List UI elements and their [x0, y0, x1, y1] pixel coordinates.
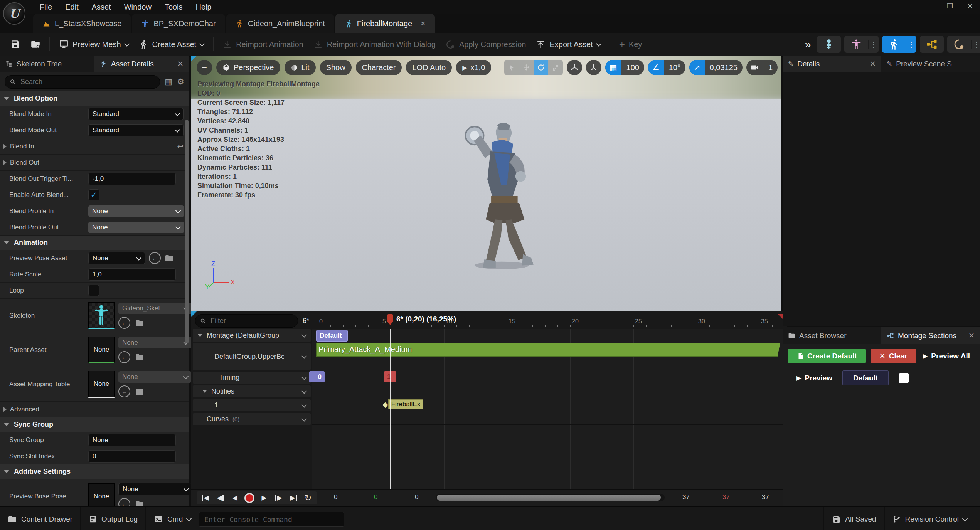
save-button[interactable]	[5, 36, 25, 53]
grid-snap-control[interactable]: ▦ 100	[605, 60, 644, 75]
column-view-icon[interactable]: ▦	[165, 77, 172, 86]
playback-start-value[interactable]: 0	[372, 493, 379, 501]
restore-button[interactable]: ❐	[940, 0, 960, 12]
overflow-chevron-icon[interactable]: »	[805, 38, 811, 51]
menu-window[interactable]: Window	[118, 0, 158, 14]
scale-tool-icon[interactable]	[548, 60, 563, 75]
playback-total-value[interactable]: 37	[760, 493, 771, 501]
step-forward-button[interactable]: ▶	[272, 491, 285, 504]
menu-file[interactable]: File	[33, 0, 59, 14]
asset-mapping-thumbnail[interactable]: None	[88, 371, 115, 398]
section-additive-settings[interactable]: Additive Settings	[0, 464, 189, 479]
chevron-down-icon[interactable]	[301, 402, 307, 407]
browse-to-asset-button[interactable]	[25, 36, 45, 53]
blend-out-trigger-input[interactable]	[88, 173, 176, 185]
browse-asset-icon[interactable]	[165, 254, 174, 263]
move-tool-icon[interactable]	[519, 60, 534, 75]
to-end-button[interactable]: ▶	[287, 491, 300, 504]
create-default-button[interactable]: Create Default	[788, 349, 866, 363]
playback-end-red-value[interactable]: 37	[721, 493, 731, 501]
playback-end-value[interactable]: 37	[681, 493, 691, 501]
export-asset-button[interactable]: Export Asset	[531, 36, 605, 53]
surface-snapping-button[interactable]	[586, 60, 601, 75]
preview-viewport[interactable]: ≡ Perspective Lit Show Character LOD Aut…	[191, 56, 781, 311]
mode-animation-button[interactable]: ⋮	[882, 36, 916, 53]
record-button[interactable]	[243, 491, 256, 504]
tab-asset-browser[interactable]: Asset Browser	[783, 327, 881, 344]
timeline-scrollbar-thumb[interactable]	[437, 495, 661, 501]
chevron-down-icon[interactable]	[301, 374, 307, 380]
tab-details[interactable]: ✎ Details ✕	[783, 56, 881, 72]
cmd-selector[interactable]: Cmd	[146, 507, 199, 530]
revision-control-button[interactable]: Revision Control	[885, 507, 980, 530]
tab-fireball-montage[interactable]: FireballMontage ✕	[335, 14, 435, 33]
menu-asset[interactable]: Asset	[85, 0, 118, 14]
slot-animation-segment[interactable]: Primary_Attack_A_Medium	[316, 343, 780, 357]
section-animation[interactable]: Animation	[0, 236, 189, 250]
browse-asset-icon[interactable]	[135, 387, 144, 396]
camera-speed-control[interactable]: 1	[746, 60, 778, 75]
section-blend-option[interactable]: Blend Option	[0, 91, 189, 106]
mode-physics-button[interactable]: ⋮	[947, 36, 980, 53]
blend-profile-out-dropdown[interactable]: None	[88, 222, 184, 233]
chevron-down-icon[interactable]	[301, 388, 307, 394]
playback-current-value[interactable]: 0	[332, 493, 339, 501]
preview-all-button[interactable]: ▶ Preview All	[921, 349, 972, 363]
menu-help[interactable]: Help	[189, 0, 218, 14]
blend-mode-in-dropdown[interactable]: Standard	[88, 108, 184, 120]
tab-skeleton-tree[interactable]: Skeleton Tree	[0, 56, 94, 72]
preview-mesh-button[interactable]: Preview Mesh	[54, 36, 134, 53]
mode-options-icon[interactable]: ⋮	[868, 40, 879, 49]
rotate-tool-icon[interactable]	[534, 60, 548, 75]
chevron-down-icon[interactable]	[301, 416, 307, 421]
use-selected-asset-icon[interactable]: ←	[149, 252, 161, 264]
track-curves[interactable]: Curves (0)	[193, 413, 311, 425]
minimize-button[interactable]: –	[920, 0, 940, 12]
blend-profile-in-dropdown[interactable]: None	[88, 205, 184, 217]
unreal-logo-icon[interactable]: U	[3, 2, 25, 25]
tab-montage-sections[interactable]: Montage Sections ✕	[881, 327, 980, 344]
timeline-track-area[interactable]: Default Primary_Attack_A_Medium 0 1 ◆ Fi…	[312, 329, 786, 490]
tab-anim-blueprint[interactable]: Gideon_AnimBlueprint	[226, 14, 334, 33]
expand-icon[interactable]	[3, 407, 7, 412]
create-asset-button[interactable]: Create Asset	[134, 36, 209, 53]
close-tab-icon[interactable]: ✕	[870, 59, 876, 68]
enable-auto-blend-checkbox[interactable]: ✓	[88, 189, 99, 200]
mode-blueprint-button[interactable]	[920, 36, 944, 53]
to-front-button[interactable]: ◀	[199, 491, 212, 504]
collapse-icon[interactable]	[198, 334, 202, 337]
preview-section-button[interactable]: ▶ Preview	[796, 371, 832, 385]
chevron-down-icon[interactable]	[301, 332, 307, 338]
track-montage-group[interactable]: Montage (DefaultGroup	[193, 329, 311, 342]
track-notify-1[interactable]: 1	[193, 399, 311, 411]
close-tab-icon[interactable]: ✕	[968, 331, 975, 340]
preview-pose-dropdown[interactable]: None	[88, 252, 145, 264]
skeleton-thumbnail[interactable]	[88, 302, 115, 329]
parent-asset-dropdown[interactable]: None	[118, 337, 192, 348]
sync-group-input[interactable]	[88, 434, 176, 446]
tab-level[interactable]: L_StatsXShowcase	[33, 14, 131, 33]
use-selected-asset-icon[interactable]: ←	[118, 351, 130, 363]
use-selected-asset-icon[interactable]: ←	[118, 385, 130, 397]
timing-marker-0[interactable]: 0	[309, 371, 325, 382]
search-box[interactable]	[5, 75, 160, 89]
expand-icon[interactable]	[3, 160, 7, 165]
tab-character-blueprint[interactable]: BP_SXDemoChar	[132, 14, 225, 33]
coordinate-system-button[interactable]	[567, 60, 582, 75]
browse-asset-icon[interactable]	[135, 353, 144, 362]
lit-mode-button[interactable]: Lit	[285, 60, 316, 75]
details-scrollbar[interactable]	[185, 120, 189, 343]
playhead-handle[interactable]	[387, 314, 393, 325]
notify-fireballex[interactable]: ◆ FireballEx	[382, 399, 423, 410]
all-saved-indicator[interactable]: All Saved	[824, 507, 884, 530]
section-default-button[interactable]: Default	[842, 370, 889, 385]
viewport-menu-button[interactable]: ≡	[197, 60, 212, 75]
mode-options-icon[interactable]: ⋮	[906, 40, 916, 49]
row-advanced[interactable]: Advanced	[0, 402, 189, 417]
console-command-input[interactable]	[199, 512, 344, 527]
scale-snap-control[interactable]: ↗ 0,03125	[689, 60, 743, 75]
content-drawer-button[interactable]: Content Drawer	[0, 507, 80, 530]
loop-checkbox[interactable]	[88, 285, 99, 296]
preview-base-pose-thumbnail[interactable]: None	[88, 483, 115, 510]
sync-slot-index-input[interactable]	[88, 450, 176, 463]
